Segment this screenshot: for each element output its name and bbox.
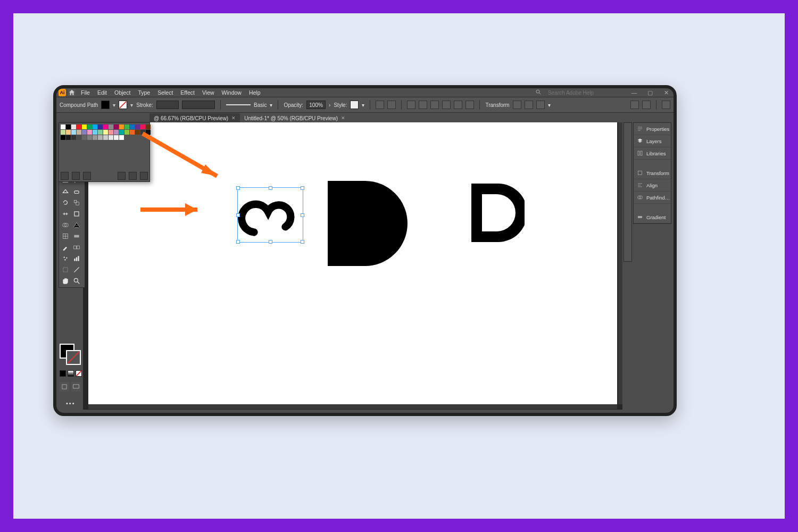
color-swatch[interactable] xyxy=(87,135,92,140)
panel-pathfinder[interactable]: Pathfind… xyxy=(634,192,671,204)
width-tool[interactable] xyxy=(61,209,70,219)
column-graph-tool[interactable] xyxy=(72,254,81,263)
color-swatch[interactable] xyxy=(114,130,119,135)
panel-libraries[interactable]: Libraries xyxy=(634,147,671,160)
color-swatch[interactable] xyxy=(119,124,124,129)
collapsed-panel-strip[interactable] xyxy=(624,122,632,262)
color-swatch[interactable] xyxy=(82,135,87,140)
new-swatch-icon[interactable] xyxy=(129,172,137,180)
color-swatch[interactable] xyxy=(130,124,135,129)
scale-tool[interactable] xyxy=(72,198,81,207)
color-swatch[interactable] xyxy=(77,135,81,140)
color-swatch[interactable] xyxy=(114,135,119,140)
panel-layers[interactable]: Layers xyxy=(634,135,671,147)
align-hcenter-icon[interactable] xyxy=(419,101,427,109)
window-maximize-icon[interactable]: ▢ xyxy=(645,89,655,96)
none-mode[interactable] xyxy=(76,370,82,377)
color-swatch[interactable] xyxy=(66,124,71,129)
swatch-options-icon[interactable] xyxy=(83,172,91,180)
color-swatch[interactable] xyxy=(114,124,119,129)
symbol-sprayer-tool[interactable] xyxy=(61,254,70,263)
horizontal-scrollbar[interactable] xyxy=(88,405,617,409)
eyedropper-tool[interactable] xyxy=(61,243,70,252)
fill-swatch[interactable] xyxy=(101,101,110,109)
perspective-grid-tool[interactable] xyxy=(72,220,81,230)
doc-setup-icon[interactable] xyxy=(630,101,639,109)
search-input[interactable] xyxy=(547,89,624,96)
graphic-style-swatch[interactable] xyxy=(350,101,359,109)
color-swatch[interactable] xyxy=(82,124,87,129)
shape-builder-tool[interactable] xyxy=(61,220,70,230)
stroke-swatch[interactable] xyxy=(119,101,127,109)
arrange-icon[interactable] xyxy=(536,101,545,109)
menu-object[interactable]: Object xyxy=(114,89,130,96)
align-vcenter-icon[interactable] xyxy=(454,101,462,109)
color-swatch[interactable] xyxy=(77,130,81,135)
color-swatch[interactable] xyxy=(119,130,124,135)
color-swatch[interactable] xyxy=(109,130,113,135)
document-tab[interactable]: @ 66.67% (RGB/CPU Preview) ✕ xyxy=(149,113,240,123)
brush-preview[interactable] xyxy=(226,104,251,105)
outline-d-shape[interactable] xyxy=(471,184,525,242)
align-right-icon[interactable] xyxy=(430,101,439,109)
panel-align[interactable]: Align xyxy=(634,179,671,192)
color-swatch[interactable] xyxy=(103,135,108,140)
stroke-color-box[interactable] xyxy=(66,350,81,365)
opacity-more-icon[interactable]: › xyxy=(329,102,330,108)
menu-type[interactable]: Type xyxy=(138,89,150,96)
color-swatch[interactable] xyxy=(98,135,103,140)
recolor-icon[interactable] xyxy=(376,101,384,109)
swatch-kind-icon[interactable] xyxy=(72,172,80,180)
color-swatch[interactable] xyxy=(103,130,108,135)
home-icon[interactable] xyxy=(68,89,76,96)
variable-width-profile[interactable] xyxy=(182,101,215,109)
isolate-icon[interactable] xyxy=(513,101,521,109)
color-swatch[interactable] xyxy=(71,135,76,140)
eraser-tool[interactable] xyxy=(72,187,81,196)
menu-window[interactable]: Window xyxy=(222,89,242,96)
menu-help[interactable]: Help xyxy=(249,89,261,96)
panel-transform[interactable]: Transform xyxy=(634,167,671,179)
more-options-icon[interactable]: ▾ xyxy=(548,102,551,108)
panel-gradient[interactable]: Gradient xyxy=(634,211,671,223)
menu-effect[interactable]: Effect xyxy=(180,89,195,96)
menu-file[interactable]: File xyxy=(81,89,90,96)
align-to-icon[interactable] xyxy=(387,101,396,109)
artboard-tool[interactable] xyxy=(61,265,70,275)
cloud-shape[interactable] xyxy=(238,188,303,242)
new-color-group-icon[interactable] xyxy=(118,172,126,180)
close-tab-icon[interactable]: ✕ xyxy=(231,115,236,121)
color-swatch[interactable] xyxy=(82,130,87,135)
stroke-dropdown-icon[interactable]: ▾ xyxy=(130,102,133,108)
color-swatch[interactable] xyxy=(124,124,129,129)
color-swatch[interactable] xyxy=(93,130,97,135)
color-swatch[interactable] xyxy=(98,124,103,129)
gradient-mode[interactable] xyxy=(68,370,74,377)
hand-tool[interactable] xyxy=(61,276,70,286)
align-bottom-icon[interactable] xyxy=(466,101,474,109)
swatch-libraries-icon[interactable] xyxy=(61,172,69,180)
menu-edit[interactable]: Edit xyxy=(97,89,107,96)
color-swatch[interactable] xyxy=(98,130,103,135)
color-swatch[interactable] xyxy=(61,124,65,129)
panel-properties[interactable]: Properties xyxy=(634,123,671,135)
fill-dropdown-icon[interactable]: ▾ xyxy=(113,102,115,108)
color-swatch[interactable] xyxy=(93,124,97,129)
window-close-icon[interactable]: ✕ xyxy=(661,89,671,96)
color-swatch[interactable] xyxy=(61,130,65,135)
brush-dropdown-icon[interactable]: ▾ xyxy=(270,102,272,108)
opacity-input[interactable]: 100% xyxy=(306,101,326,109)
blend-tool[interactable] xyxy=(72,243,81,252)
menu-select[interactable]: Select xyxy=(157,89,173,96)
color-swatch[interactable] xyxy=(119,135,124,140)
crop-icon[interactable] xyxy=(525,101,533,109)
color-swatch[interactable] xyxy=(87,124,92,129)
transform-label[interactable]: Transform xyxy=(485,102,509,108)
color-swatch[interactable] xyxy=(66,135,71,140)
zoom-tool[interactable] xyxy=(72,276,81,286)
swatches-panel[interactable] xyxy=(59,122,150,182)
color-swatch[interactable] xyxy=(77,124,81,129)
color-swatch[interactable] xyxy=(66,130,71,135)
align-top-icon[interactable] xyxy=(442,101,451,109)
solid-color-mode[interactable] xyxy=(60,370,66,377)
